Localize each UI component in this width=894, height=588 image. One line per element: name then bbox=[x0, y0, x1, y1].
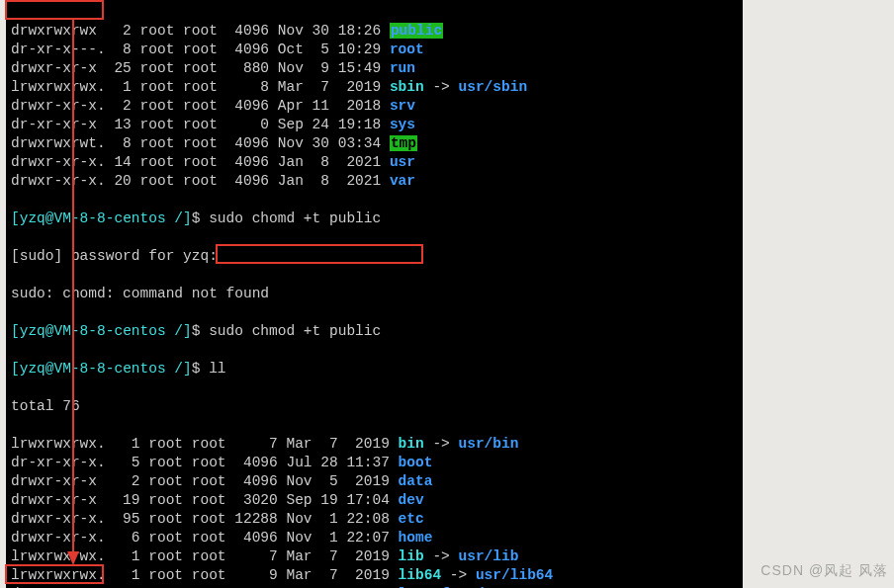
link-count: 8 bbox=[106, 135, 132, 151]
listing-row: drwxr-xr-x. 6 root root 4096 Nov 1 22:07… bbox=[11, 529, 738, 547]
owner-group: root root bbox=[132, 117, 218, 132]
file-name: run bbox=[390, 60, 415, 76]
date: Mar 7 2019 bbox=[278, 548, 399, 564]
size: 9 bbox=[226, 567, 278, 583]
symlink-target: usr/lib64 bbox=[476, 567, 553, 583]
date: Sep 19 17:04 bbox=[278, 492, 399, 508]
listing-row: lrwxrwxrwx. 1 root root 9 Mar 7 2019 lib… bbox=[11, 566, 738, 585]
size: 4096 bbox=[218, 42, 269, 57]
file-name: var bbox=[390, 173, 415, 189]
date: Nov 30 18:26 bbox=[269, 23, 390, 39]
link-count: 8 bbox=[106, 42, 132, 57]
size: 880 bbox=[218, 60, 269, 76]
link-count: 5 bbox=[106, 455, 140, 470]
file-name: public bbox=[390, 23, 443, 39]
date: Jan 8 2021 bbox=[269, 154, 390, 170]
listing-row: dr-xr-xr-x. 5 root root 4096 Jul 28 11:3… bbox=[11, 454, 738, 472]
permissions: drwxr-xr-x bbox=[11, 60, 106, 76]
size: 4096 bbox=[218, 23, 269, 39]
link-count: 95 bbox=[106, 511, 140, 527]
size: 7 bbox=[226, 548, 278, 564]
prompt-row: [yzq@VM-8-8-centos /]$ ll bbox=[11, 360, 738, 378]
permissions: lrwxrwxrwx. bbox=[11, 548, 106, 564]
permissions: lrwxrwxrwx. bbox=[11, 567, 106, 583]
owner-group: root root bbox=[132, 154, 218, 170]
owner-group: root root bbox=[132, 98, 218, 114]
owner-group: root root bbox=[132, 23, 218, 39]
link-count: 14 bbox=[106, 154, 132, 170]
permissions: drwxr-xr-x. bbox=[11, 98, 106, 114]
permissions: drwxr-xr-x. bbox=[11, 530, 106, 546]
file-name: boot bbox=[399, 455, 433, 470]
size: 4096 bbox=[226, 455, 278, 470]
file-name: usr bbox=[390, 154, 415, 170]
date: Nov 1 22:08 bbox=[278, 511, 399, 527]
permissions: dr-xr-x---. bbox=[11, 42, 106, 57]
size: 8 bbox=[218, 79, 269, 95]
link-count: 2 bbox=[106, 473, 140, 489]
file-name: root bbox=[390, 42, 424, 57]
link-count: 1 bbox=[106, 548, 140, 564]
command-3: ll bbox=[209, 361, 225, 377]
date: Nov 30 03:34 bbox=[269, 135, 390, 151]
date: Jul 28 11:37 bbox=[278, 455, 399, 470]
permissions: drwxr-xr-x. bbox=[11, 173, 106, 189]
link-count: 20 bbox=[106, 173, 132, 189]
size: 7 bbox=[226, 436, 278, 452]
file-name: home bbox=[399, 530, 433, 546]
symlink-target: usr/lib bbox=[459, 548, 519, 564]
listing-row: drwxr-xr-x. 14 root root 4096 Jan 8 2021… bbox=[11, 153, 738, 172]
size: 4096 bbox=[218, 154, 269, 170]
link-count: 2 bbox=[106, 98, 132, 114]
owner-group: root root bbox=[132, 42, 218, 57]
link-count: 2 bbox=[106, 23, 132, 39]
listing-row: lrwxrwxrwx. 1 root root 7 Mar 7 2019 lib… bbox=[11, 547, 738, 566]
link-count: 13 bbox=[106, 117, 132, 132]
link-count: 1 bbox=[106, 79, 132, 95]
link-count: 6 bbox=[106, 530, 140, 546]
listing-row: drwxr-xr-x 25 root root 880 Nov 9 15:49 … bbox=[11, 59, 738, 78]
watermark: CSDN @风起 风落 bbox=[760, 561, 888, 580]
sudo-password-line: [sudo] password for yzq: bbox=[11, 247, 738, 266]
listing-row: drwxr-xr-x. 95 root root 12288 Nov 1 22:… bbox=[11, 510, 738, 529]
size: 4096 bbox=[226, 530, 278, 546]
file-name: sbin bbox=[390, 79, 424, 95]
date: Sep 24 19:18 bbox=[269, 117, 390, 132]
terminal[interactable]: drwxrwxrwx 2 root root 4096 Nov 30 18:26… bbox=[6, 0, 743, 588]
prompt-row: [yzq@VM-8-8-centos /]$ sudo chmod +t pub… bbox=[11, 322, 738, 341]
file-name: data bbox=[399, 473, 433, 489]
symlink-target: usr/sbin bbox=[459, 79, 528, 95]
permissions: drwxr-xr-x bbox=[11, 492, 106, 508]
listing-row: dr-xr-x---. 8 root root 4096 Oct 5 10:29… bbox=[11, 41, 738, 59]
file-name: lib bbox=[399, 548, 424, 564]
size: 4096 bbox=[226, 473, 278, 489]
sudo-error-line: sudo: chomd: command not found bbox=[11, 285, 738, 303]
listing-row: drwxr-xr-x. 20 root root 4096 Jan 8 2021… bbox=[11, 172, 738, 191]
file-name: lib64 bbox=[399, 567, 442, 583]
link-count: 1 bbox=[106, 436, 140, 452]
size: 3020 bbox=[226, 492, 278, 508]
owner-group: root root bbox=[140, 436, 226, 452]
permissions: dr-xr-xr-x bbox=[11, 117, 106, 132]
date: Mar 7 2019 bbox=[278, 436, 399, 452]
owner-group: root root bbox=[140, 548, 226, 564]
owner-group: root root bbox=[132, 60, 218, 76]
permissions: drwxr-xr-x. bbox=[11, 511, 106, 527]
permissions: drwxrwxrwx bbox=[11, 23, 106, 39]
owner-group: root root bbox=[132, 135, 218, 151]
listing-row: lrwxrwxrwx. 1 root root 8 Mar 7 2019 sbi… bbox=[11, 78, 738, 97]
listing-row: drwxr-xr-x. 2 root root 4096 Apr 11 2018… bbox=[11, 97, 738, 116]
owner-group: root root bbox=[140, 492, 226, 508]
listing-row: drwxr-xr-x 19 root root 3020 Sep 19 17:0… bbox=[11, 491, 738, 510]
owner-group: root root bbox=[140, 530, 226, 546]
file-name: dev bbox=[399, 492, 424, 508]
link-count: 25 bbox=[106, 60, 132, 76]
date: Nov 9 15:49 bbox=[269, 60, 390, 76]
command-1: sudo chomd +t public bbox=[209, 210, 381, 226]
owner-group: root root bbox=[132, 79, 218, 95]
date: Nov 1 22:07 bbox=[278, 530, 399, 546]
owner-group: root root bbox=[140, 455, 226, 470]
size: 4096 bbox=[218, 173, 269, 189]
symlink-arrow: -> bbox=[441, 567, 476, 583]
size: 4096 bbox=[218, 135, 269, 151]
